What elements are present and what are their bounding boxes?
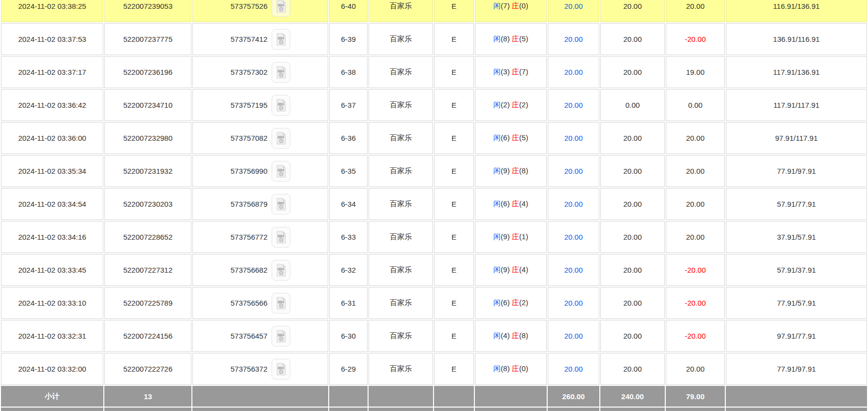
banker-result-value: (5): [519, 34, 528, 43]
video-replay-button[interactable]: [272, 128, 290, 149]
bet-amount-link[interactable]: 20.00: [564, 2, 583, 10]
cell-balance: 77.91/57.91: [726, 287, 867, 319]
cell-game-type: 百家乐: [369, 56, 433, 88]
cell-balance: 37.91/57.91: [726, 221, 867, 253]
cell-round-number: 6-38: [329, 56, 368, 88]
bet-amount-link[interactable]: 20.00: [564, 266, 583, 274]
cell-valid-bet: 20.00: [600, 188, 665, 220]
player-result-value: (2): [501, 100, 510, 109]
video-replay-button[interactable]: [272, 62, 290, 83]
video-file-icon: [275, 33, 287, 46]
player-result-value: (6): [501, 133, 510, 142]
video-file-icon: [275, 66, 287, 79]
banker-result-label: 庄: [512, 166, 519, 175]
cell-result: 闲(4) 庄(8): [475, 320, 547, 352]
cell-round-id: 573757412: [192, 23, 328, 55]
player-result-value: (4): [501, 331, 510, 340]
banker-result-label: 庄: [512, 133, 519, 142]
player-result-label: 闲: [494, 34, 501, 43]
table-row: 2024-11-02 03:32:31 522007224156 5737564…: [1, 320, 867, 352]
bet-amount-link[interactable]: 20.00: [564, 35, 583, 43]
player-result-label: 闲: [494, 265, 501, 274]
table-row: 2024-11-02 03:34:54 522007230203 5737568…: [1, 188, 867, 220]
subtotal-empty-cell: [475, 386, 547, 407]
cell-order-id: 522007231932: [104, 155, 191, 187]
cell-valid-bet: 0.00: [600, 89, 665, 121]
cell-win-loss: -20.00: [666, 287, 725, 319]
banker-result-label: 庄: [512, 34, 519, 43]
player-result-label: 闲: [494, 100, 501, 109]
video-replay-button[interactable]: [272, 194, 290, 215]
bet-amount-link[interactable]: 20.00: [564, 200, 583, 208]
bet-amount-link[interactable]: 20.00: [564, 299, 583, 307]
round-id-text: 573756682: [230, 266, 267, 274]
video-replay-button[interactable]: [272, 161, 290, 182]
bet-amount-link[interactable]: 20.00: [564, 134, 583, 142]
cell-balance: 136.91/116.91: [726, 23, 867, 55]
cell-round-number: 6-37: [329, 89, 368, 121]
round-id-text: 573756372: [230, 365, 267, 373]
bet-amount-link[interactable]: 20.00: [564, 68, 583, 76]
video-replay-button[interactable]: [272, 293, 290, 314]
cell-bet-time: 2024-11-02 03:36:00: [1, 122, 103, 154]
banker-result-value: (1): [519, 232, 528, 241]
cell-bet-amount: 20.00: [548, 0, 599, 22]
table-row: 2024-11-02 03:32:00 522007222726 5737563…: [1, 353, 867, 385]
video-replay-button[interactable]: [272, 260, 290, 281]
video-replay-button[interactable]: [272, 0, 290, 17]
cell-round-number: 6-39: [329, 23, 368, 55]
video-replay-button[interactable]: [272, 326, 290, 347]
cell-balance: 57.91/77.91: [726, 188, 867, 220]
cell-bet-amount: 20.00: [548, 254, 599, 286]
cell-game-type: 百家乐: [369, 0, 433, 22]
bet-amount-link[interactable]: 20.00: [564, 233, 583, 241]
player-result-label: 闲: [494, 331, 501, 340]
cell-bet-time: 2024-11-02 03:32:31: [1, 320, 103, 352]
cell-win-loss: -20.00: [666, 254, 725, 286]
cell-balance: 116.91/136.91: [726, 0, 867, 22]
bet-amount-link[interactable]: 20.00: [564, 365, 583, 373]
bet-amount-link[interactable]: 20.00: [564, 332, 583, 340]
bet-amount-link[interactable]: 20.00: [564, 167, 583, 175]
cell-round-number: 6-31: [329, 287, 368, 319]
cell-bet-time: 2024-11-02 03:35:34: [1, 155, 103, 187]
cell-win-loss: -20.00: [666, 320, 725, 352]
round-id-text: 573757412: [230, 35, 267, 43]
cell-order-id: 522007230203: [104, 188, 191, 220]
cell-table-code: E: [434, 188, 474, 220]
video-replay-button[interactable]: [272, 29, 290, 50]
video-file-icon: [275, 99, 287, 112]
cell-table-code: E: [434, 89, 474, 121]
video-replay-button[interactable]: [272, 359, 290, 379]
banker-result-label: 庄: [512, 364, 519, 373]
cell-game-type: 百家乐: [369, 254, 433, 286]
cell-round-number: 6-32: [329, 254, 368, 286]
round-id-text: 573756566: [230, 299, 267, 307]
cell-valid-bet: 20.00: [600, 155, 665, 187]
cell-round-id: 573757195: [192, 89, 328, 121]
cell-win-loss: -20.00: [666, 23, 725, 55]
round-id-text: 573756772: [230, 233, 267, 241]
bet-amount-link[interactable]: 20.00: [564, 101, 583, 109]
cell-table-code: E: [434, 320, 474, 352]
cell-round-id: 573756990: [192, 155, 328, 187]
cell-bet-time: 2024-11-02 03:33:10: [1, 287, 103, 319]
cell-round-number: 6-40: [329, 0, 368, 22]
cell-game-type: 百家乐: [369, 122, 433, 154]
cell-win-loss: 0.00: [666, 89, 725, 121]
cell-balance: 97.91/77.91: [726, 320, 867, 352]
player-result-value: (9): [501, 232, 510, 241]
banker-result-label: 庄: [512, 265, 519, 274]
cell-balance: 97.91/117.91: [726, 122, 867, 154]
cell-bet-time: 2024-11-02 03:34:16: [1, 221, 103, 253]
round-id-text: 573756879: [230, 200, 267, 208]
video-replay-button[interactable]: [272, 227, 290, 248]
player-result-label: 闲: [494, 133, 501, 142]
table-row: 2024-11-02 03:36:00 522007232980 5737570…: [1, 122, 867, 154]
subtotal-bet-total: 260.00: [548, 386, 599, 407]
banker-result-value: (4): [519, 265, 528, 274]
cell-result: 闲(9) 庄(1): [475, 221, 547, 253]
video-replay-button[interactable]: [272, 95, 290, 116]
cell-balance: 77.91/97.91: [726, 155, 867, 187]
subtotal-empty-cell: [192, 386, 328, 407]
